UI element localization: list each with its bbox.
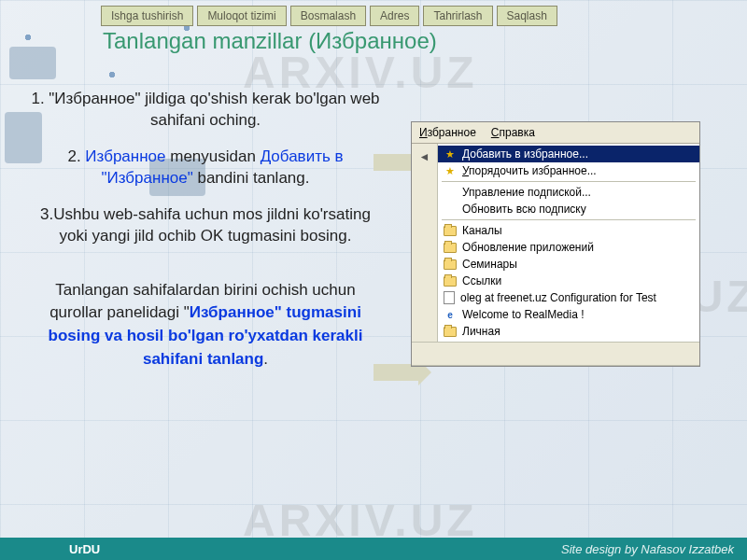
menu-item-label: Семинары (462, 258, 517, 271)
menu-item-label: Обновить всю подписку (462, 203, 586, 216)
step-2-hl1: Избранное (85, 147, 165, 165)
menu-item-label: Ссылки (462, 274, 501, 287)
folder-channels[interactable]: Каналы (438, 222, 699, 239)
bg-device (9, 47, 56, 79)
menu-item-label: Обновление приложений (462, 241, 594, 254)
toolbar-address-button[interactable]: Adres (370, 6, 419, 26)
menu-item-subscription[interactable]: Управление подпиской... (438, 184, 699, 201)
menu-item-label: Управление подпиской... (462, 186, 591, 199)
slide-title: Tanlangan manzillar (Избранное) (103, 28, 437, 54)
toolbar-edit-button[interactable]: Tahrirlash (423, 6, 492, 26)
favorites-dropdown-list: ★ Добавить в избранное... ★ Упорядочить … (438, 144, 699, 342)
menu-help-label: правка (500, 126, 535, 139)
folder-icon (444, 327, 457, 337)
favorites-panel: Избранное Справка ◄ ★ Добавить в избранн… (411, 121, 700, 367)
star-icon: ★ (444, 147, 457, 161)
menu-item-label: oleg at freenet.uz Configuration for Tes… (460, 291, 656, 304)
folder-icon (444, 243, 457, 253)
toolbar: Ishga tushirish Muloqot tizimi Bosmalash… (101, 6, 557, 26)
ie-icon: e (444, 308, 457, 321)
footer-credit: Site design by Nafasov Izzatbek (561, 542, 734, 556)
folder-app-updates[interactable]: Обновление приложений (438, 239, 699, 256)
para-post: . (263, 350, 268, 368)
paragraph: Tanlangan sahifalardan birini ochish uch… (28, 279, 383, 371)
menu-separator (442, 219, 696, 220)
panel-left-strip: ◄ (412, 144, 438, 342)
folder-links[interactable]: Ссылки (438, 273, 699, 289)
toolbar-save-button[interactable]: Saqlash (497, 6, 557, 26)
menu-item-label: Личная (462, 325, 500, 338)
step-2-post: bandini tanlang. (193, 169, 310, 187)
menu-favorites-label: збранное (428, 126, 476, 139)
blank-icon (444, 186, 457, 199)
menu-item-add-favorite[interactable]: ★ Добавить в избранное... (438, 146, 699, 162)
footer-org: UrDU (13, 542, 100, 556)
menu-item-label: Welcome to RealMedia ! (462, 308, 585, 321)
menu-item-label: Каналы (462, 224, 502, 237)
page-icon (444, 291, 455, 304)
step-3: 3.Ushbu web-sahifa uchun mos jildni ko'r… (28, 204, 383, 247)
bookmark-oleg[interactable]: oleg at freenet.uz Configuration for Tes… (438, 289, 699, 306)
menu-help[interactable]: Справка (484, 124, 543, 141)
folder-icon (444, 226, 457, 236)
toolbar-print-button[interactable]: Bosmalash (290, 6, 366, 26)
folder-personal[interactable]: Личная (438, 323, 699, 340)
content-column: 1. "Избранное" jildiga qo'shish kerak bo… (28, 89, 383, 371)
toolbar-launch-button[interactable]: Ishga tushirish (101, 6, 193, 26)
step-2-mid: menyusidan (166, 147, 261, 165)
panel-bottom-strip (412, 342, 699, 366)
menu-separator (442, 181, 696, 182)
step-2-pre: 2. (67, 147, 85, 165)
folder-seminars[interactable]: Семинары (438, 256, 699, 273)
folder-icon (444, 276, 457, 287)
footer: UrDU Site design by Nafasov Izzatbek (0, 538, 747, 560)
menu-favorites[interactable]: Избранное (412, 124, 484, 141)
step-2: 2. Избранное menyusidan Добавить в "Избр… (28, 147, 383, 189)
star-icon: ★ (444, 164, 457, 177)
menu-item-organize[interactable]: ★ Упорядочить избранное... (438, 162, 699, 179)
menu-item-refresh-sub[interactable]: Обновить всю подписку (438, 201, 699, 217)
menu-item-label: Упорядочить избранное... (462, 164, 597, 177)
panel-menubar: Избранное Справка (412, 122, 699, 144)
back-icon[interactable]: ◄ (415, 147, 435, 166)
step-1: 1. "Избранное" jildiga qo'shish kerak bo… (28, 89, 383, 132)
bookmark-realmedia[interactable]: e Welcome to RealMedia ! (438, 306, 699, 323)
toolbar-dialog-button[interactable]: Muloqot tizimi (197, 6, 286, 26)
menu-item-label: Добавить в избранное... (462, 147, 588, 161)
folder-icon (444, 259, 457, 270)
blank-icon (444, 203, 457, 216)
